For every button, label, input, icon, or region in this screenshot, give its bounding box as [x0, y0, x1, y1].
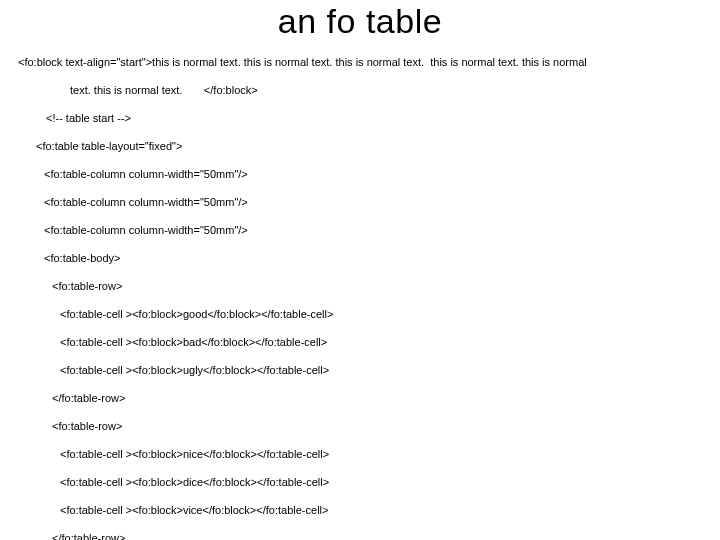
code-line: <fo:table-row>: [18, 419, 710, 433]
code-line: <fo:table-column column-width="50mm"/>: [18, 195, 710, 209]
code-line: <fo:block text-align="start">this is nor…: [18, 55, 710, 69]
code-line: text. this is normal text. </fo:block>: [18, 83, 710, 97]
code-line: </fo:table-row>: [18, 531, 710, 540]
code-line: </fo:table-row>: [18, 391, 710, 405]
code-line: <fo:table-cell ><fo:block>bad</fo:block>…: [18, 335, 710, 349]
code-line: <fo:table-cell ><fo:block>good</fo:block…: [18, 307, 710, 321]
code-line: <fo:table-body>: [18, 251, 710, 265]
code-line: <fo:table-cell ><fo:block>nice</fo:block…: [18, 447, 710, 461]
code-line: <fo:table-cell ><fo:block>ugly</fo:block…: [18, 363, 710, 377]
page-title: an fo table: [0, 2, 720, 41]
code-line: <fo:table-cell ><fo:block>dice</fo:block…: [18, 475, 710, 489]
code-block: <fo:block text-align="start">this is nor…: [0, 41, 720, 540]
code-line: <fo:table-column column-width="50mm"/>: [18, 167, 710, 181]
code-line: <fo:table-column column-width="50mm"/>: [18, 223, 710, 237]
code-line: <fo:table table-layout="fixed">: [18, 139, 710, 153]
code-line: <!-- table start -->: [18, 111, 710, 125]
code-line: <fo:table-row>: [18, 279, 710, 293]
code-line: <fo:table-cell ><fo:block>vice</fo:block…: [18, 503, 710, 517]
